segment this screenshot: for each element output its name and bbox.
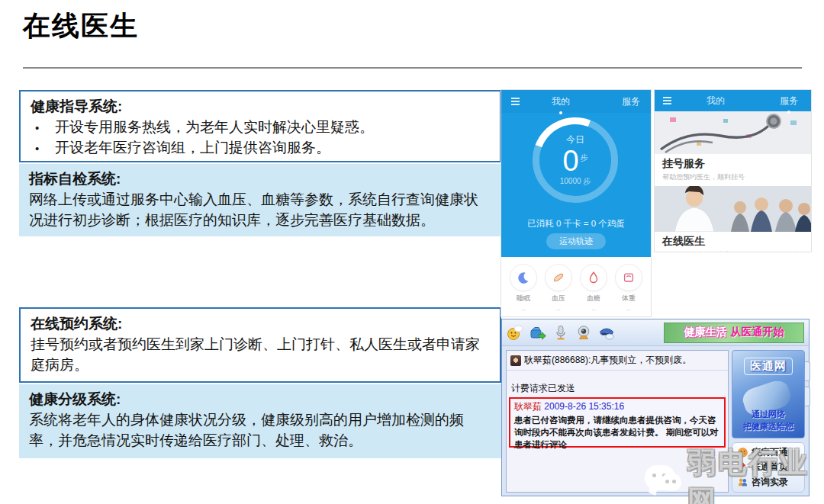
moon-icon [510, 264, 537, 291]
laughing-face-icon [738, 448, 748, 457]
hamburger-icon[interactable] [663, 100, 671, 101]
tab-mine[interactable]: 我的 [707, 95, 725, 108]
billing-message-highlight: 耿翠茹 2009-8-26 15:35:16 患者已付咨询费用，请继续向患者提供… [509, 397, 726, 448]
block-body: 系统将老年人的身体健康状况分级，健康级别高的用户增加检测的频率，并危急情况实时传… [29, 410, 491, 451]
slogan-line: 把健康送给您 [732, 421, 804, 433]
services-app-screenshot: 我的 服务 挂号服务 帮助您预约医生，顺利挂号 [655, 90, 811, 252]
card-subtitle: 40000 名公立医院专家，为您提供贴心的健康服务 [655, 249, 811, 252]
card-subtitle: 帮助您预约医生，顺利挂号 [655, 171, 811, 182]
app-navbar: 我的 服务 [655, 90, 811, 111]
card-title: 挂号服务 [655, 154, 811, 171]
consult-record-button[interactable]: 咨询实录 [738, 476, 799, 489]
bullet-item: 开设老年医疗咨询组，上门提供咨询服务。 [31, 138, 490, 159]
tab-label: 服务 [622, 96, 640, 107]
doctors-image [655, 186, 811, 232]
metric-value: -- [507, 306, 540, 313]
yitong-logo: 医通网 [744, 358, 793, 375]
side-tab[interactable] [805, 387, 810, 406]
emoticon-icon[interactable] [507, 324, 523, 341]
message-sender: 耿翠茹 [514, 401, 542, 412]
tab-mine[interactable]: 我的 [552, 95, 570, 108]
health-ad-banner[interactable]: 健康生活 从医通开始 [664, 323, 804, 343]
metric-value: -- [612, 306, 645, 313]
block-self-check: 指标自检系统: 网络上传或通过服务中心输入血压、血糖等参数，系统自行查询健康状况… [19, 164, 501, 236]
metric-label: 体重 [612, 294, 645, 303]
webcam-icon[interactable] [575, 324, 592, 341]
chat-toolbar: 健康生活 从医通开始 [502, 319, 809, 346]
active-tab-dot [787, 111, 790, 114]
stethoscope-image [655, 111, 811, 154]
metric-label: 睡眠 [507, 294, 540, 303]
message-header: 耿翠茹 2009-8-26 15:35:16 [514, 400, 720, 413]
metric-value: -- [577, 306, 610, 313]
tab-service[interactable]: 服务 [780, 95, 798, 108]
disease-wiki-button[interactable]: 疾病百通 [738, 446, 799, 459]
yitong-ad[interactable]: 医通网 通过网络 把健康送给您 [732, 350, 805, 438]
steps-unit: 步 [581, 153, 588, 162]
block-online-booking: 在线预约系统: 挂号预约或者预约医生到家上门诊断、上门打针、私人医生或者申请家庭… [19, 307, 501, 383]
steps-count: 0步 [562, 146, 587, 177]
page-title: 在线医生 [23, 8, 139, 45]
blood-pressure-icon [545, 264, 572, 291]
active-tab-dot [559, 111, 562, 114]
metric-label: 血压 [542, 294, 575, 303]
card-title: 在线医生 [655, 232, 811, 249]
bullet-text: 开设老年医疗咨询组，上门提供咨询服务。 [55, 138, 330, 159]
metric-value: -- [542, 306, 575, 313]
block-title: 指标自检系统: [29, 171, 121, 187]
metric-blood-sugar[interactable]: 血糖 -- [577, 264, 610, 316]
title-divider [23, 67, 802, 69]
bullet-item: 开设专用服务热线，为老年人实时解决心里疑惑。 [31, 117, 490, 138]
contact-status-text: 耿翠茹(886688):凡事预则立，不预则废。 [524, 354, 691, 367]
chat-message-area[interactable]: 耿翠茹(886688):凡事预则立，不预则废。 计费请求已发送 耿翠茹 2009… [506, 350, 729, 493]
metric-blood-pressure[interactable]: 血压 -- [542, 264, 575, 316]
calories-line: 已消耗 0 千卡 = 0 个鸡蛋 [501, 218, 651, 230]
yitong-home-button[interactable]: 医通首页 [738, 461, 799, 474]
health-metrics-row: 睡眠 -- 血压 -- 血糖 -- 体重 [501, 257, 651, 316]
green-cross-icon [738, 462, 748, 472]
message-body: 患者已付咨询费用，请继续向患者提供咨询，今天咨询时段内不能再次向该患者发起计费。… [514, 414, 720, 451]
metric-weight[interactable]: 体重 -- [612, 264, 645, 316]
tab-label: 我的 [707, 95, 725, 106]
tab-label: 服务 [780, 95, 798, 106]
side-tab[interactable] [805, 361, 810, 381]
block-title: 在线预约系统: [31, 314, 490, 335]
steps-goal: 10000 步 [560, 176, 591, 187]
button-label: 咨询实录 [752, 476, 788, 489]
two-people-icon [738, 477, 748, 487]
block-health-guidance: 健康指导系统: 开设专用服务热线，为老年人实时解决心里疑惑。 开设老年医疗咨询组… [19, 90, 501, 162]
block-body: 挂号预约或者预约医生到家上门诊断、上门打针、私人医生或者申请家庭病房。 [31, 335, 490, 376]
microphone-icon[interactable] [552, 324, 569, 341]
blood-drop-icon [580, 264, 607, 291]
button-label: 疾病百通 [752, 446, 788, 459]
block-title: 健康分级系统: [29, 390, 491, 410]
card-online-doctor[interactable]: 在线医生 40000 名公立医院专家，为您提供贴心的健康服务 [655, 186, 811, 252]
report-icon[interactable] [598, 324, 615, 341]
hamburger-icon[interactable] [511, 101, 520, 102]
billing-status-text: 计费请求已发送 [511, 382, 723, 395]
pedometer-app-screenshot: 我的 服务 今日 0步 10000 步 已消耗 0 千卡 = 0 个鸡蛋 运动轨… [501, 90, 651, 316]
file-transfer-icon[interactable] [529, 324, 546, 341]
sidebar-buttons: 疾病百通 医通首页 咨询实录 [732, 442, 805, 493]
card-registration[interactable]: 挂号服务 帮助您预约医生，顺利挂号 [655, 111, 811, 182]
block-health-grading: 健康分级系统: 系统将老年人的身体健康状况分级，健康级别高的用户增加检测的频率，… [19, 384, 501, 458]
ad-slogan: 通过网络 把健康送给您 [732, 409, 804, 433]
motion-track-button[interactable]: 运动轨迹 [546, 233, 606, 249]
steps-progress-ring: 今日 0步 10000 步 [533, 117, 618, 203]
scale-icon [615, 264, 642, 291]
block-body: 网络上传或通过服务中心输入血压、血糖等参数，系统自行查询健康状况进行初步诊断；根… [29, 190, 491, 231]
banner-text: 从医通开始 [731, 326, 784, 339]
banner-text: 健康生活 [684, 326, 727, 339]
message-timestamp: 2009-8-26 15:35:16 [544, 401, 624, 412]
slide: 在线医生 健康指导系统: 开设专用服务热线，为老年人实时解决心里疑惑。 开设老年… [0, 0, 824, 504]
button-label: 医通首页 [752, 461, 788, 474]
metric-sleep[interactable]: 睡眠 -- [507, 264, 540, 316]
chat-window-screenshot: 健康生活 从医通开始 耿翠茹(886688):凡事预则立，不预则废。 计费请求已… [501, 319, 810, 496]
slogan-line: 通过网络 [732, 409, 804, 421]
block-title: 健康指导系统: [31, 97, 490, 117]
avatar [510, 355, 521, 366]
tab-service[interactable]: 服务 [622, 95, 640, 108]
app-navbar: 我的 服务 [501, 90, 651, 113]
tab-label: 我的 [552, 96, 570, 107]
contact-status-row: 耿翠茹(886688):凡事预则立，不预则废。 [507, 351, 728, 371]
